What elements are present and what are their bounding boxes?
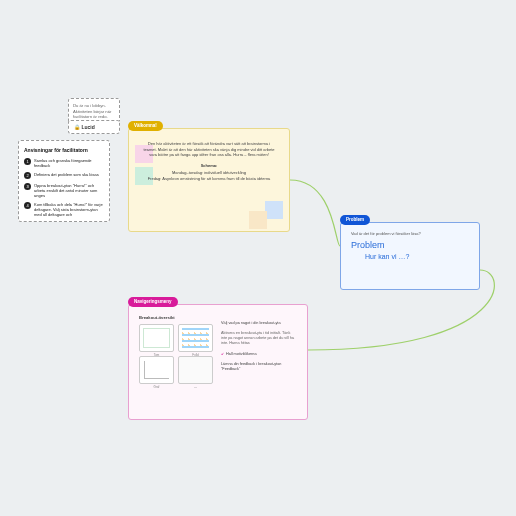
thumb-3[interactable]	[139, 356, 174, 384]
step-4: 4Kom tillbaka och dela "Hurra!" för varj…	[24, 202, 104, 217]
lobby-note-text: Du är nu i lobbyn. Aktiviteten börjar nä…	[73, 103, 111, 119]
arrow-icon: ↙	[221, 352, 224, 356]
problem-tag: Problem	[340, 215, 370, 225]
canvas[interactable]: Du är nu i lobbyn. Aktiviteten börjar nä…	[0, 0, 516, 516]
problem-card[interactable]: Problem Vad är det för problem vi försök…	[340, 222, 480, 290]
problem-question: Vad är det för problem vi försöker lösa?	[351, 231, 469, 236]
thumb-2[interactable]	[178, 324, 213, 352]
instructions-title: Anvisningar för facilitatorn	[24, 147, 104, 154]
thumb-4[interactable]	[178, 356, 213, 384]
step-2: 2Definiera det problem som ska lösas	[24, 172, 104, 179]
lucid-label: 🔒 Lucid	[74, 124, 95, 130]
thumbs-title: Breakout-översikt	[139, 315, 213, 321]
brainstorm-tag: Navigeringsmeny	[128, 297, 178, 307]
brainstorm-text: Välj vad på något i din breakout-yta Akt…	[221, 315, 297, 384]
welcome-tag: Välkomna!	[128, 121, 163, 131]
step-1: 1Samlas och granska föregående feedback	[24, 158, 104, 168]
step-badge: 1	[24, 158, 31, 165]
step-badge: 3	[24, 183, 31, 190]
facilitator-instructions: Anvisningar för facilitatorn 1Samlas och…	[18, 140, 110, 222]
problem-subtitle: Hur kan vi …?	[365, 252, 469, 261]
lucid-lock: 🔒 Lucid	[68, 120, 120, 134]
sticky-blue	[265, 201, 283, 219]
thumb-1[interactable]	[139, 324, 174, 352]
welcome-card[interactable]: Välkomna! Den här aktiviteten är ett för…	[128, 128, 290, 232]
welcome-text: Den här aktiviteten är ett försök att fö…	[143, 141, 275, 182]
breakout-thumbs: Breakout-översikt	[139, 315, 213, 384]
problem-title: Problem	[351, 239, 469, 251]
brainstorm-card[interactable]: Navigeringsmeny Breakout-översikt Välj v…	[128, 304, 308, 420]
step-badge: 2	[24, 172, 31, 179]
sticky-yellow	[249, 211, 267, 229]
step-3: 3Öppna breakout-ytan "Hurra!" och arbeta…	[24, 183, 104, 198]
step-badge: 4	[24, 202, 31, 209]
